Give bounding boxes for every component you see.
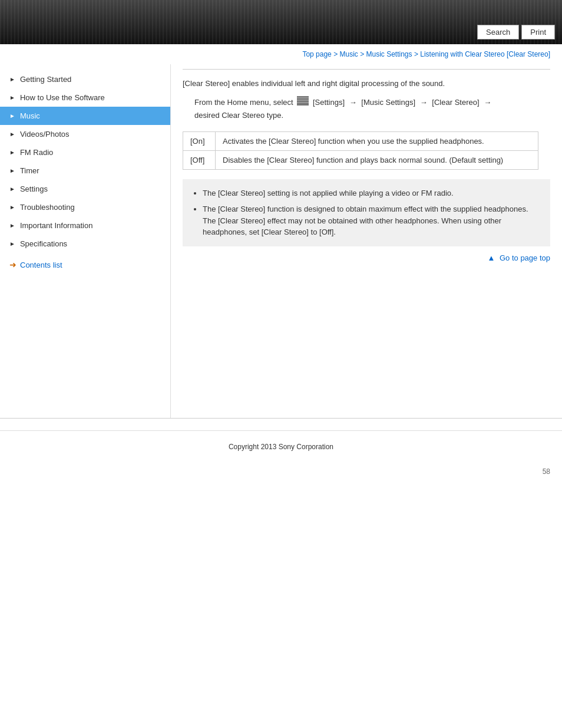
arrow-icon-2: → <box>420 98 428 107</box>
sidebar-item-label: Specifications <box>20 239 67 248</box>
intro-text: [Clear Stereo] enables individual left a… <box>183 79 550 88</box>
svg-rect-3 <box>297 102 309 103</box>
breadcrumb-music[interactable]: Music <box>339 50 358 58</box>
note-item: The [Clear Stereo] function is designed … <box>203 203 540 238</box>
sidebar-item-label: Timer <box>20 166 39 175</box>
page-top-link: ▲ Go to page top <box>183 253 550 262</box>
breadcrumb-sep-1: > <box>333 50 339 58</box>
go-to-top-label: Go to page top <box>500 253 550 262</box>
sidebar-item-important-information[interactable]: ► Important Information <box>0 216 170 235</box>
sidebar-item-label: Important Information <box>20 221 93 230</box>
contents-list-label: Contents list <box>20 261 62 269</box>
sidebar-item-label: Settings <box>20 185 48 193</box>
sidebar-item-label: Getting Started <box>20 75 71 84</box>
chevron-right-icon: ► <box>9 94 15 101</box>
go-to-top-anchor[interactable]: ▲ Go to page top <box>487 253 550 262</box>
search-button[interactable]: Search <box>477 25 519 39</box>
arrow-icon-1: → <box>349 98 357 107</box>
settings-table: [On] Activates the [Clear Stereo] functi… <box>183 131 538 170</box>
table-cell-label-off: [Off] <box>183 150 216 169</box>
contents-list-link[interactable]: ➜ Contents list <box>0 253 170 276</box>
instruction-block: From the Home menu, select [Settings] → … <box>194 96 550 122</box>
chevron-right-icon: ► <box>9 76 15 83</box>
chevron-right-icon: ► <box>9 186 15 192</box>
table-row: [Off] Disables the [Clear Stereo] functi… <box>183 150 538 169</box>
table-cell-label-on: [On] <box>183 131 216 150</box>
breadcrumb-music-settings[interactable]: Music Settings <box>366 50 412 58</box>
instruction-settings: [Settings] <box>313 98 345 107</box>
sidebar: ► Getting Started ► How to Use the Softw… <box>0 64 171 418</box>
breadcrumb-sep-2: > <box>360 50 366 58</box>
chevron-right-icon: ► <box>9 167 15 174</box>
arrow-right-icon: ➜ <box>9 260 16 269</box>
sidebar-item-label: Videos/Photos <box>20 130 70 139</box>
chevron-right-icon: ► <box>9 149 15 156</box>
breadcrumb-sep-3: > <box>414 50 420 58</box>
sidebar-item-label: How to Use the Software <box>20 93 105 102</box>
footer: Copyright 2013 Sony Corporation <box>0 430 562 463</box>
instruction-clear-stereo: [Clear Stereo] <box>432 98 479 107</box>
chevron-right-icon: ► <box>9 113 15 119</box>
table-cell-desc-on: Activates the [Clear Stereo] function wh… <box>216 131 538 150</box>
print-button[interactable]: Print <box>521 25 555 39</box>
breadcrumb: Top page > Music > Music Settings > List… <box>0 44 562 64</box>
triangle-up-icon: ▲ <box>487 253 495 262</box>
sidebar-item-settings[interactable]: ► Settings <box>0 180 170 198</box>
svg-rect-2 <box>297 100 309 101</box>
chevron-right-icon: ► <box>9 241 15 247</box>
content-divider <box>183 69 550 70</box>
table-row: [On] Activates the [Clear Stereo] functi… <box>183 131 538 150</box>
sidebar-item-label: Troubleshooting <box>20 203 75 212</box>
settings-icon <box>297 96 309 110</box>
arrow-icon-3: → <box>484 98 491 107</box>
main-layout: ► Getting Started ► How to Use the Softw… <box>0 64 562 418</box>
sidebar-item-how-to-use[interactable]: ► How to Use the Software <box>0 88 170 107</box>
instruction-music-settings: [Music Settings] <box>361 98 415 107</box>
sidebar-item-specifications[interactable]: ► Specifications <box>0 235 170 253</box>
page-number: 58 <box>0 463 562 480</box>
sidebar-item-label: FM Radio <box>20 148 53 157</box>
header-bar: Search Print <box>0 0 562 44</box>
instruction-desired: desired Clear Stereo type. <box>194 111 283 120</box>
sidebar-item-music[interactable]: ► Music <box>0 107 170 125</box>
copyright-text: Copyright 2013 Sony Corporation <box>229 443 333 451</box>
instruction-text: From the Home menu, select <box>194 98 293 107</box>
sidebar-item-label: Music <box>20 111 40 120</box>
breadcrumb-clear-stereo[interactable]: Listening with Clear Stereo [Clear Stere… <box>420 50 550 58</box>
sidebar-item-timer[interactable]: ► Timer <box>0 162 170 180</box>
notes-box: The [Clear Stereo] setting is not applie… <box>183 179 550 246</box>
svg-rect-1 <box>297 97 309 98</box>
chevron-right-icon: ► <box>9 131 15 137</box>
breadcrumb-top-page[interactable]: Top page <box>302 50 331 58</box>
note-item: The [Clear Stereo] setting is not applie… <box>203 187 540 199</box>
table-cell-desc-off: Disables the [Clear Stereo] function and… <box>216 150 538 169</box>
sidebar-item-videos-photos[interactable]: ► Videos/Photos <box>0 125 170 143</box>
footer-divider <box>0 418 562 419</box>
sidebar-item-getting-started[interactable]: ► Getting Started <box>0 70 170 88</box>
chevron-right-icon: ► <box>9 204 15 210</box>
chevron-right-icon: ► <box>9 222 15 229</box>
sidebar-item-troubleshooting[interactable]: ► Troubleshooting <box>0 198 170 216</box>
content-area: [Clear Stereo] enables individual left a… <box>171 64 562 418</box>
sidebar-item-fm-radio[interactable]: ► FM Radio <box>0 143 170 162</box>
